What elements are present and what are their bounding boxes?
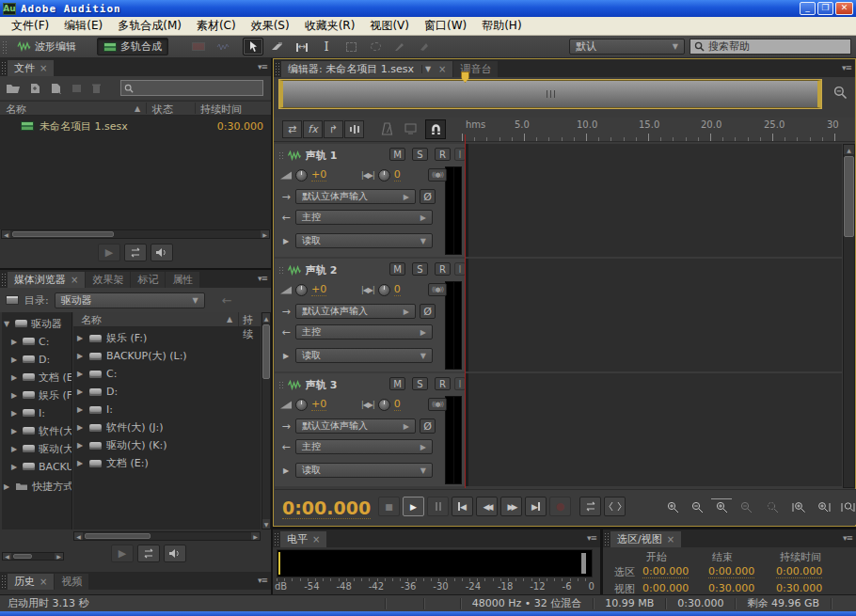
track-output-dropdown[interactable]: 主控▶ (295, 210, 433, 225)
scroll-left-icon[interactable]: ◀ (2, 230, 10, 238)
track-input-dropdown[interactable]: 默认立体声输入▶ (295, 419, 416, 434)
tab-media-browser[interactable]: 媒体浏览器× (8, 272, 85, 288)
monitor-button[interactable]: ((●)) (428, 283, 447, 296)
track-output-dropdown[interactable]: 主控▶ (295, 439, 433, 454)
close-icon[interactable]: × (71, 275, 78, 285)
scroll-down-icon[interactable]: ▼ (262, 519, 270, 529)
autoplay-button[interactable] (151, 244, 173, 261)
stop-button[interactable]: ■ (378, 497, 400, 516)
collapsed-icon[interactable]: ▶ (77, 459, 85, 467)
spectral-display-button[interactable] (188, 38, 209, 55)
effects-toggle[interactable]: fx (303, 120, 323, 138)
waveform-view-button[interactable]: 波形编辑 (11, 38, 82, 55)
open-folder-icon[interactable] (6, 83, 21, 93)
files-hscrollbar[interactable]: ◀ ▶ (1, 229, 270, 239)
selection-end[interactable]: 0:00.000 (708, 565, 754, 578)
column-name[interactable]: 名称 (81, 313, 102, 327)
eq-toggle[interactable] (344, 120, 364, 138)
timeline-navigator[interactable] (279, 80, 821, 108)
panel-menu-icon[interactable]: ▾≡ (587, 533, 596, 543)
lasso-selection-tool[interactable] (365, 38, 386, 55)
phase-button[interactable]: Ø (420, 304, 436, 319)
track-grip[interactable] (278, 266, 283, 276)
tab-selection-view[interactable]: 选区/视图× (610, 531, 681, 547)
close-button[interactable]: ✕ (835, 2, 853, 15)
spot-healing-tool[interactable] (414, 38, 435, 55)
track-grip[interactable] (278, 151, 283, 161)
tab-video[interactable]: 视频 (55, 574, 88, 590)
arm-record-button[interactable]: R (435, 148, 451, 161)
timeline-ruler[interactable]: hms 5.0 10.0 15.0 20.0 25.0 30 (462, 118, 842, 142)
close-icon[interactable]: × (40, 577, 47, 587)
column-duration[interactable]: 持续时间 (200, 103, 242, 117)
media-list-hscrollbar[interactable]: ◀ ▶ (73, 531, 261, 541)
file-row[interactable]: 未命名项目 1.sesx 0:30.000 (0, 118, 271, 134)
autoplay-button[interactable] (164, 545, 186, 562)
go-to-end-button[interactable]: ▶ (525, 497, 547, 516)
collapsed-icon[interactable]: ▶ (4, 482, 11, 491)
zoom-in-button[interactable] (662, 498, 683, 515)
track-name[interactable]: 声轨 1 (306, 149, 337, 163)
scroll-right-icon[interactable]: ▶ (261, 230, 269, 238)
go-to-start-button[interactable]: ◀ (452, 497, 473, 516)
scroll-right-icon[interactable]: ▶ (55, 553, 63, 560)
loop-preview-button[interactable] (137, 545, 160, 562)
tab-effects-rack[interactable]: 效果架 (86, 272, 130, 288)
minimize-button[interactable]: _ (800, 2, 816, 15)
tree-item[interactable]: ▶驱动(大) (K:) (11, 440, 72, 457)
collapsed-icon[interactable]: ▶ (11, 463, 19, 471)
loop-playback-button[interactable] (579, 497, 601, 516)
tree-item[interactable]: ▶D: (11, 351, 50, 368)
paintbrush-tool[interactable] (389, 38, 410, 55)
panel-menu-icon[interactable]: ▾≡ (842, 63, 851, 72)
trash-icon[interactable] (91, 83, 102, 94)
collapsed-icon[interactable]: ▶ (11, 391, 19, 400)
arm-record-button[interactable]: R (435, 262, 451, 276)
sort-asc-icon[interactable]: ▲ (135, 104, 140, 113)
arm-record-button[interactable]: R (435, 377, 451, 390)
tree-root-drives[interactable]: ▼ 驱动器 (4, 315, 62, 332)
tab-files[interactable]: 文件× (8, 60, 54, 76)
tree-item[interactable]: ▶I: (11, 404, 45, 421)
help-search-input[interactable] (708, 40, 831, 53)
zoom-to-selection-button[interactable] (837, 498, 856, 515)
pan-knob[interactable] (378, 284, 390, 296)
drive-row[interactable]: ▶BACKUP(大) (L:) (73, 347, 261, 365)
zoom-amplitude-in-button[interactable] (711, 498, 732, 515)
tree-item[interactable]: ▶娱乐 (F:) (11, 387, 72, 403)
menu-file[interactable]: 文件(F) (4, 16, 56, 36)
zoom-out-button[interactable] (687, 498, 707, 515)
automation-mode-dropdown[interactable]: 读取▼ (295, 463, 433, 478)
expanded-icon[interactable]: ▼ (4, 320, 11, 328)
playhead-time[interactable]: 0:00.000 (282, 498, 371, 519)
collapsed-icon[interactable]: ▶ (11, 409, 19, 418)
track-output-dropdown[interactable]: 主控▶ (295, 324, 433, 340)
workspace-dropdown[interactable]: 默认 ▼ (569, 39, 685, 55)
solo-button[interactable]: S (412, 377, 428, 390)
time-selection-tool[interactable]: I (316, 38, 337, 55)
tab-mixer[interactable]: 调音台 (453, 61, 498, 77)
tab-markers[interactable]: 标记 (131, 272, 165, 288)
collapsed-icon[interactable]: ▶ (11, 373, 19, 382)
zoom-to-out-point-button[interactable] (813, 498, 833, 515)
pause-button[interactable] (427, 497, 449, 516)
restore-button[interactable]: ❐ (817, 2, 833, 15)
view-duration[interactable]: 0:30.000 (776, 582, 822, 595)
tree-item[interactable]: ▶BACKUP(大) (L:) (11, 458, 72, 475)
pan-value[interactable]: 0 (394, 283, 401, 296)
close-icon[interactable]: × (667, 534, 674, 545)
monitor-input-icon[interactable] (404, 122, 417, 134)
razor-tool[interactable] (267, 38, 288, 55)
scroll-right-icon[interactable]: ▶ (251, 532, 260, 540)
zoom-amplitude-out-button[interactable] (736, 498, 756, 515)
editor-vscrollbar[interactable]: ▲ (843, 144, 855, 488)
track-input-dropdown[interactable]: 默认立体声输入▶ (295, 189, 416, 204)
play-button[interactable]: ▶ (403, 497, 424, 516)
tree-root-shortcuts[interactable]: ▶ 快捷方式 (4, 478, 72, 495)
snap-toggle[interactable] (425, 119, 446, 139)
tab-levels[interactable]: 电平× (280, 531, 326, 547)
track-name[interactable]: 声轨 3 (306, 378, 337, 392)
volume-value[interactable]: +0 (311, 168, 326, 182)
directory-dropdown[interactable]: 驱动器 ▼ (55, 292, 205, 308)
preview-play-button[interactable]: ▶ (98, 244, 120, 261)
